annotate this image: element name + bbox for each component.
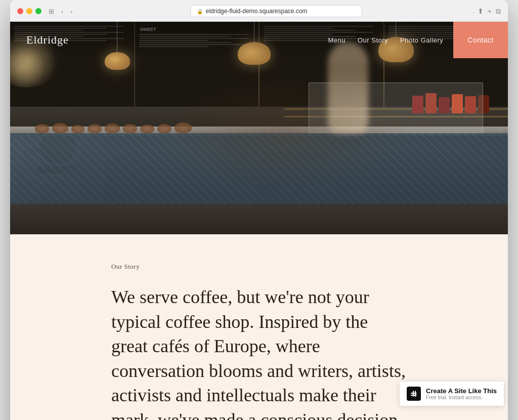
traffic-lights (17, 8, 41, 14)
website-content: SWEET (10, 22, 508, 420)
badge-subtitle: Free trial. Instant access. (426, 395, 497, 400)
maximize-button[interactable] (35, 8, 41, 14)
minimize-button[interactable] (26, 8, 32, 14)
our-story-nav-link[interactable]: Our Story (358, 36, 388, 44)
badge-title: Create A Site Like This (426, 387, 497, 395)
floor (10, 204, 508, 234)
address-bar-wrap: 🔒 eldridge-fluid-demo.squarespace.com (80, 5, 472, 17)
squarespace-logo (407, 387, 421, 401)
site-logo[interactable]: Eldridge (26, 33, 328, 47)
browser-actions: ⬆ + ⧉ (478, 7, 501, 16)
svg-rect-3 (415, 391, 416, 397)
section-label: Our Story (111, 263, 407, 271)
squarespace-badge[interactable]: Create A Site Like This Free trial. Inst… (400, 382, 504, 406)
nav-links: Menu Our Story Photo Gallery (328, 36, 443, 44)
close-button[interactable] (17, 8, 23, 14)
counter-front (10, 133, 508, 204)
photo-gallery-nav-link[interactable]: Photo Gallery (400, 36, 443, 44)
url-text: eldridge-fluid-demo.squarespace.com (206, 8, 308, 15)
section-body-text: We serve coffee, but we're not your typi… (111, 285, 407, 420)
browser-chrome: ⊞ ‹ › 🔒 eldridge-fluid-demo.squarespace.… (10, 0, 508, 22)
contact-button[interactable]: Contact (453, 22, 508, 58)
lock-icon: 🔒 (197, 9, 203, 14)
address-bar[interactable]: 🔒 eldridge-fluid-demo.squarespace.com (190, 5, 362, 17)
menu-nav-link[interactable]: Menu (328, 36, 346, 44)
navigation: Eldridge Menu Our Story Photo Gallery 𝕏 … (10, 22, 508, 58)
back-button[interactable]: ‹ (59, 7, 65, 16)
hero-section: SWEET (10, 22, 508, 234)
squarespace-badge-text: Create A Site Like This Free trial. Inst… (426, 387, 497, 400)
share-icon[interactable]: ⬆ (478, 7, 484, 15)
tabs-icon[interactable]: ⧉ (496, 7, 501, 16)
sidebar-toggle-icon[interactable]: ⊞ (47, 7, 56, 16)
browser-window: ⊞ ‹ › 🔒 eldridge-fluid-demo.squarespace.… (10, 0, 508, 420)
browser-nav-controls: ⊞ ‹ › (47, 7, 75, 16)
new-tab-icon[interactable]: + (488, 7, 492, 15)
svg-rect-2 (413, 391, 414, 397)
forward-button[interactable]: › (68, 7, 74, 16)
